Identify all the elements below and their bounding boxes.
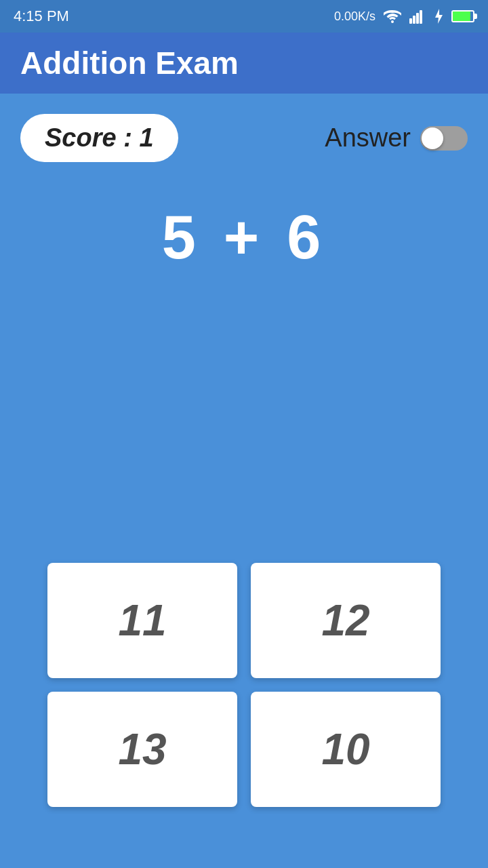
svg-rect-2 [416, 13, 419, 24]
answer-label: Answer [325, 123, 411, 153]
top-row: Score : 1 Answer [20, 114, 468, 162]
score-badge: Score : 1 [20, 114, 178, 162]
answer-button-2[interactable]: 13 [47, 692, 237, 807]
answer-btn-text-2: 13 [118, 724, 166, 774]
equation-text: 5 + 6 [162, 203, 327, 273]
wifi-icon [384, 9, 401, 24]
answer-toggle-container: Answer [325, 123, 468, 153]
score-text: Score : 1 [45, 123, 154, 152]
battery-icon [451, 10, 474, 22]
app-bar: Addition Exam [0, 33, 488, 94]
equation-container: 5 + 6 [20, 203, 468, 273]
answer-button-0[interactable]: 11 [47, 563, 237, 678]
answer-button-1[interactable]: 12 [251, 563, 441, 678]
answer-button-3[interactable]: 10 [251, 692, 441, 807]
status-right-icons: 0.00K/s [334, 9, 474, 24]
answer-btn-text-3: 10 [321, 724, 369, 774]
svg-rect-1 [413, 16, 415, 24]
toggle-knob [422, 127, 443, 149]
signal-icon [409, 9, 426, 24]
status-bar: 4:15 PM 0.00K/s [0, 0, 488, 33]
answer-toggle[interactable] [420, 126, 468, 151]
answer-btn-text-1: 12 [321, 595, 369, 646]
app-title: Addition Exam [20, 45, 239, 81]
charging-icon [434, 9, 443, 24]
answer-btn-text-0: 11 [118, 595, 166, 646]
status-time: 4:15 PM [14, 7, 69, 25]
main-content: Score : 1 Answer 5 + 6 11 12 13 10 [0, 94, 488, 868]
network-speed: 0.00K/s [334, 9, 375, 24]
svg-rect-0 [409, 18, 412, 24]
answers-grid: 11 12 13 10 [20, 563, 468, 807]
svg-rect-3 [420, 10, 422, 24]
